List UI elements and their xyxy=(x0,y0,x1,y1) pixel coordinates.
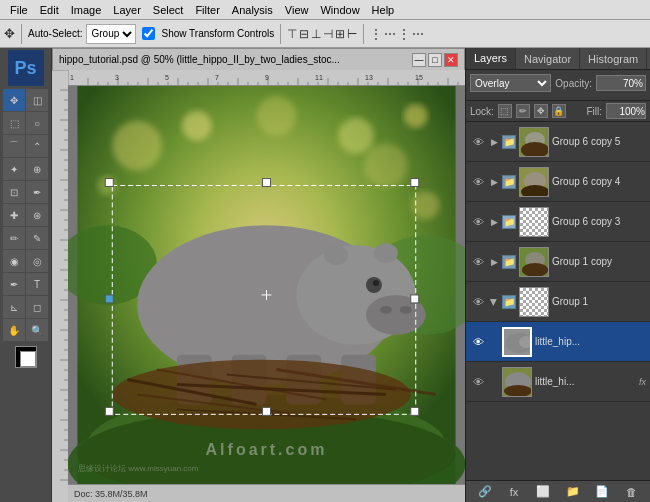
artboard-tool-btn[interactable]: ◫ xyxy=(26,89,48,111)
blur-btn[interactable]: ◉ xyxy=(3,250,25,272)
layers-bottom-toolbar: 🔗 fx ⬜ 📁 📄 🗑 xyxy=(466,480,650,502)
layer-expand-icon[interactable]: ▶ xyxy=(489,257,499,267)
layer-visibility-toggle[interactable]: 👁 xyxy=(470,254,486,270)
menu-view[interactable]: View xyxy=(279,4,315,16)
layer-expand-icon[interactable]: ▶ xyxy=(489,137,499,147)
eyedropper-btn[interactable]: ✒ xyxy=(26,181,48,203)
menu-select[interactable]: Select xyxy=(147,4,190,16)
menu-layer[interactable]: Layer xyxy=(107,4,147,16)
polygon-lasso-btn[interactable]: ⌃ xyxy=(26,135,48,157)
list-item[interactable]: 👁 little_hi... fx xyxy=(466,362,650,402)
align-left-icon[interactable]: ⊣ xyxy=(323,27,333,41)
layer-thumbnail xyxy=(502,367,532,397)
layer-visibility-toggle[interactable]: 👁 xyxy=(470,174,486,190)
align-middle-icon[interactable]: ⊟ xyxy=(299,27,309,41)
new-layer-btn[interactable]: 📄 xyxy=(593,484,611,500)
layer-expand-icon[interactable]: ▶ xyxy=(489,177,499,187)
minimize-btn[interactable]: — xyxy=(412,53,426,67)
tool-pair-11: ✋ 🔍 xyxy=(3,319,48,341)
background-color[interactable] xyxy=(20,351,36,367)
path-btn[interactable]: ⊾ xyxy=(3,296,25,318)
tab-histogram[interactable]: Histogram xyxy=(580,48,647,69)
hand-btn[interactable]: ✋ xyxy=(3,319,25,341)
show-transform-checkbox[interactable] xyxy=(142,27,155,40)
align-center-icon[interactable]: ⊞ xyxy=(335,27,345,41)
shape-btn[interactable]: ◻ xyxy=(26,296,48,318)
layer-visibility-toggle[interactable]: 👁 xyxy=(470,374,486,390)
dist-1-icon[interactable]: ⋮ xyxy=(370,27,382,41)
tab-layers[interactable]: Layers xyxy=(466,48,516,69)
crop-btn[interactable]: ⊡ xyxy=(3,181,25,203)
link-layers-btn[interactable]: 🔗 xyxy=(476,484,494,500)
lock-pixels-icon[interactable]: ✏ xyxy=(516,104,530,118)
delete-layer-btn[interactable]: 🗑 xyxy=(622,484,640,500)
blend-mode-select[interactable]: Overlay xyxy=(470,74,551,92)
align-bottom-icon[interactable]: ⊥ xyxy=(311,27,321,41)
dist-3-icon[interactable]: ⋮ xyxy=(398,27,410,41)
fill-input[interactable] xyxy=(606,103,646,119)
dist-2-icon[interactable]: ⋯ xyxy=(384,27,396,41)
wand-btn[interactable]: ✦ xyxy=(3,158,25,180)
menu-image[interactable]: Image xyxy=(65,4,108,16)
tab-navigator[interactable]: Navigator xyxy=(516,48,580,69)
opacity-input[interactable] xyxy=(596,75,646,91)
layer-name: little_hip... xyxy=(535,336,646,347)
layer-visibility-toggle[interactable]: 👁 xyxy=(470,334,486,350)
heal-btn[interactable]: ✚ xyxy=(3,204,25,226)
svg-point-152 xyxy=(504,385,532,397)
menu-window[interactable]: Window xyxy=(314,4,365,16)
list-item[interactable]: 👁 ▶ 📁 Group 6 copy 4 xyxy=(466,162,650,202)
menu-file[interactable]: File xyxy=(4,4,34,16)
brush-btn[interactable]: ✏ xyxy=(3,227,25,249)
add-style-btn[interactable]: fx xyxy=(505,484,523,500)
svg-point-94 xyxy=(182,111,212,141)
align-top-icon[interactable]: ⊤ xyxy=(287,27,297,41)
auto-select-dropdown[interactable]: Group xyxy=(86,24,136,44)
list-item[interactable]: 👁 ▶ 📁 Group 1 copy xyxy=(466,242,650,282)
list-item[interactable]: 👁 ▶ 📁 Group 1 xyxy=(466,282,650,322)
dist-4-icon[interactable]: ⋯ xyxy=(412,27,424,41)
lock-transparent-icon[interactable]: ⬚ xyxy=(498,104,512,118)
layer-thumbnail xyxy=(519,287,549,317)
stamp-btn[interactable]: ⊛ xyxy=(26,204,48,226)
layer-visibility-toggle[interactable]: 👁 xyxy=(470,294,486,310)
close-btn[interactable]: ✕ xyxy=(444,53,458,67)
lasso-btn[interactable]: ⌒ xyxy=(3,135,25,157)
menu-analysis[interactable]: Analysis xyxy=(226,4,279,16)
tool-pair-4: ✦ ⊕ xyxy=(3,158,48,180)
menu-filter[interactable]: Filter xyxy=(189,4,225,16)
pencil-btn[interactable]: ✎ xyxy=(26,227,48,249)
menu-bar: File Edit Image Layer Select Filter Anal… xyxy=(0,0,650,20)
lock-all-icon[interactable]: 🔒 xyxy=(552,104,566,118)
ruler-horizontal: 1 3 5 7 9 11 13 15 17 xyxy=(68,70,465,86)
move-tool-btn[interactable]: ✥ xyxy=(3,89,25,111)
svg-text:3: 3 xyxy=(115,74,119,81)
dodge-btn[interactable]: ◎ xyxy=(26,250,48,272)
folder-icon: 📁 xyxy=(502,135,516,149)
quick-select-btn[interactable]: ⊕ xyxy=(26,158,48,180)
align-right-icon[interactable]: ⊢ xyxy=(347,27,357,41)
type-btn[interactable]: T xyxy=(26,273,48,295)
layer-visibility-toggle[interactable]: 👁 xyxy=(470,214,486,230)
layer-expand-icon[interactable]: ▶ xyxy=(489,217,499,227)
list-item[interactable]: 👁 little_hip... xyxy=(466,322,650,362)
list-item[interactable]: 👁 ▶ 📁 Group 6 copy 3 xyxy=(466,202,650,242)
list-item[interactable]: 👁 ▶ 📁 Group 6 copy 5 xyxy=(466,122,650,162)
foreground-color[interactable] xyxy=(15,346,37,368)
pen-btn[interactable]: ✒ xyxy=(3,273,25,295)
menu-help[interactable]: Help xyxy=(366,4,401,16)
zoom-btn[interactable]: 🔍 xyxy=(26,319,48,341)
marquee-rect-btn[interactable]: ⬚ xyxy=(3,112,25,134)
layer-visibility-toggle[interactable]: 👁 xyxy=(470,134,486,150)
layers-controls: Overlay Opacity: xyxy=(466,70,650,101)
menu-edit[interactable]: Edit xyxy=(34,4,65,16)
image-canvas[interactable]: Alfoart.com 思缘设计论坛 www.missyuan.com xyxy=(68,86,465,484)
create-group-btn[interactable]: 📁 xyxy=(564,484,582,500)
marquee-ellipse-btn[interactable]: ○ xyxy=(26,112,48,134)
lock-position-icon[interactable]: ✥ xyxy=(534,104,548,118)
canvas-content[interactable]: 1 3 5 7 9 11 13 15 17 xyxy=(68,70,465,502)
maximize-btn[interactable]: □ xyxy=(428,53,442,67)
folder-icon: 📁 xyxy=(502,175,516,189)
layer-expand-icon[interactable]: ▶ xyxy=(489,297,499,307)
add-mask-btn[interactable]: ⬜ xyxy=(534,484,552,500)
